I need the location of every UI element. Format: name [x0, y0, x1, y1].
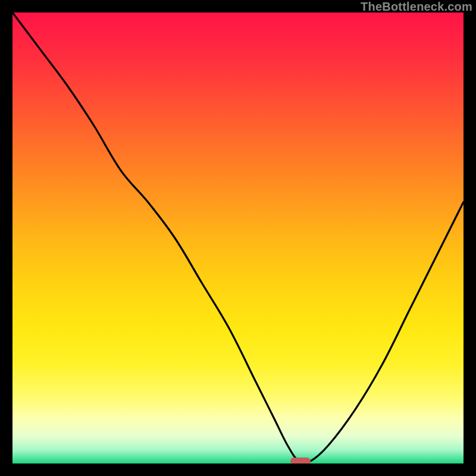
optimum-marker	[290, 458, 311, 464]
watermark-text: TheBottleneck.com	[361, 0, 472, 14]
chart-stage: TheBottleneck.com	[0, 0, 476, 476]
plot-area	[12, 12, 464, 464]
bottleneck-curve	[12, 12, 464, 464]
